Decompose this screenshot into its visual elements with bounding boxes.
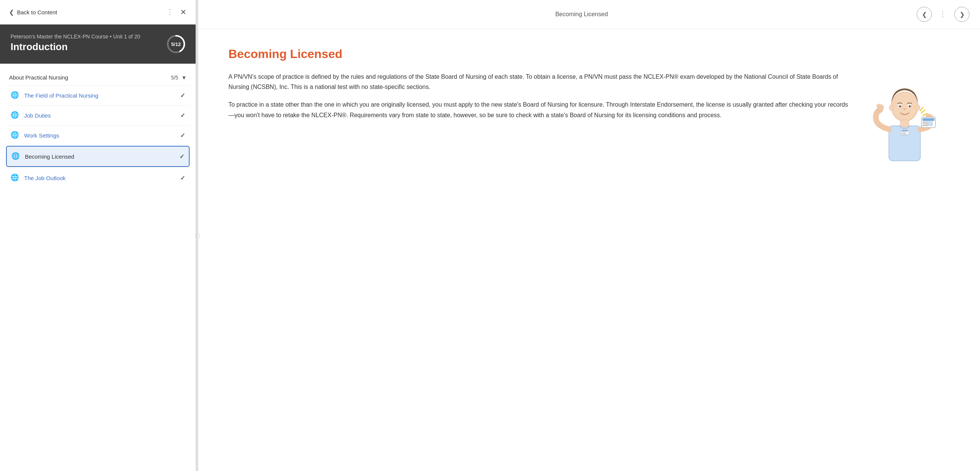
svg-point-25: [889, 105, 893, 110]
svg-rect-16: [922, 125, 928, 126]
nav-item-becoming-licensed[interactable]: 🌐 Becoming Licensed ✓: [6, 146, 189, 167]
page-title-center: Becoming Licensed: [247, 11, 917, 18]
top-bar: ❮ Back to Content ⋮ ✕: [0, 0, 196, 24]
svg-point-18: [891, 92, 918, 121]
close-icon[interactable]: ✕: [180, 8, 186, 17]
next-button[interactable]: ❯: [955, 7, 969, 22]
nav-item-work-settings[interactable]: 🌐 Work Settings ✓: [6, 125, 189, 145]
section-title: About Practical Nursing: [9, 74, 68, 81]
nurse-svg: [867, 72, 942, 170]
chevron-left-icon: ❮: [922, 11, 927, 18]
content-list: About Practical Nursing 5/5 ▼ 🌐 The Fiel…: [0, 64, 196, 471]
progress-label: 5/12: [171, 41, 181, 47]
nav-item-left: 🌐 The Field of Practical Nursing: [11, 91, 99, 100]
svg-rect-5: [902, 132, 906, 133]
more-options-icon[interactable]: ⋮: [939, 10, 947, 19]
progress-circle: 5/12: [165, 33, 186, 55]
unit-header: Peterson's Master the NCLEX-PN Course • …: [0, 24, 196, 64]
nav-item-label: Becoming Licensed: [25, 153, 74, 160]
nav-item-field-of-practical-nursing[interactable]: 🌐 The Field of Practical Nursing ✓: [6, 85, 189, 105]
resize-handle[interactable]: [196, 0, 198, 471]
chevron-left-icon: ❮: [9, 9, 14, 16]
globe-icon: 🌐: [11, 91, 20, 100]
nav-item-label: The Field of Practical Nursing: [24, 92, 99, 99]
left-panel: ❮ Back to Content ⋮ ✕ Peterson's Master …: [0, 0, 196, 471]
svg-point-21: [899, 105, 901, 107]
paragraph-1: A PN/VN's scope of practice is defined b…: [228, 72, 852, 92]
globe-icon: 🌐: [11, 111, 20, 120]
unit-subtitle: Peterson's Master the NCLEX-PN Course • …: [11, 33, 165, 40]
nurse-illustration: [867, 72, 950, 171]
check-icon: ✓: [180, 153, 184, 160]
svg-line-9: [879, 104, 880, 107]
nav-item-label: Work Settings: [24, 132, 59, 138]
prev-button[interactable]: ❮: [917, 7, 932, 22]
check-icon: ✓: [180, 175, 185, 181]
svg-line-8: [878, 105, 878, 108]
more-options-icon[interactable]: ⋮: [167, 8, 174, 16]
content-heading: Becoming Licensed: [228, 47, 950, 61]
nav-item-left: 🌐 The Job Outlook: [11, 173, 65, 182]
content-body: A PN/VN's scope of practice is defined b…: [228, 72, 950, 171]
globe-icon: 🌐: [11, 131, 20, 140]
globe-icon: 🌐: [11, 173, 20, 182]
unit-title: Introduction: [11, 41, 165, 53]
svg-rect-6: [902, 134, 907, 134]
globe-icon: 🌐: [11, 152, 21, 161]
svg-point-24: [910, 105, 911, 106]
svg-rect-4: [902, 130, 908, 132]
section-count: 5/5 ▼: [171, 75, 186, 81]
svg-rect-13: [922, 118, 934, 121]
chevron-right-icon: ❯: [959, 11, 964, 18]
section-header: About Practical Nursing 5/5 ▼: [6, 70, 189, 85]
back-to-content-button[interactable]: ❮ Back to Content: [9, 9, 57, 16]
nav-arrows: ❮ ⋮ ❯: [917, 7, 969, 22]
content-text: A PN/VN's scope of practice is defined b…: [228, 72, 852, 120]
paragraph-2: To practice in a state other than the on…: [228, 99, 852, 120]
check-icon: ✓: [180, 132, 185, 139]
svg-rect-17: [927, 122, 932, 126]
svg-line-10: [881, 105, 881, 107]
svg-rect-27: [900, 120, 909, 127]
top-bar-actions: ⋮ ✕: [167, 8, 186, 17]
svg-point-23: [900, 105, 901, 106]
chevron-down-icon: ▼: [181, 75, 186, 81]
nav-item-label: Job Duties: [24, 112, 51, 119]
check-icon: ✓: [180, 112, 185, 119]
svg-point-22: [909, 105, 911, 107]
nav-item-job-outlook[interactable]: 🌐 The Job Outlook ✓: [6, 168, 189, 188]
nav-item-left: 🌐 Work Settings: [11, 131, 59, 140]
back-button-label: Back to Content: [17, 9, 57, 16]
check-icon: ✓: [180, 92, 185, 99]
nav-item-left: 🌐 Becoming Licensed: [11, 152, 74, 161]
nav-item-label: The Job Outlook: [24, 175, 65, 181]
nav-item-left: 🌐 Job Duties: [11, 111, 51, 120]
nav-item-job-duties[interactable]: 🌐 Job Duties ✓: [6, 105, 189, 125]
right-panel: Becoming Licensed ❮ ⋮ ❯ Becoming License…: [198, 0, 980, 471]
right-top-bar: Becoming Licensed ❮ ⋮ ❯: [198, 0, 980, 29]
svg-point-26: [916, 105, 920, 110]
svg-line-28: [921, 110, 925, 113]
right-content: Becoming Licensed A PN/VN's scope of pra…: [198, 29, 980, 471]
unit-info: Peterson's Master the NCLEX-PN Course • …: [11, 33, 165, 53]
svg-line-30: [920, 107, 923, 111]
